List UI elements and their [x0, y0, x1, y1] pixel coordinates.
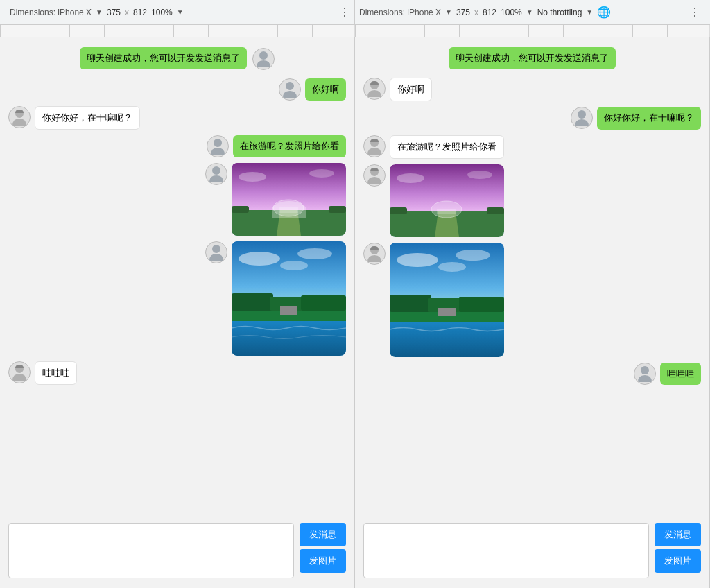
message-input-right[interactable]: [363, 523, 649, 578]
x-separator-right: x: [474, 8, 478, 17]
throttle-label[interactable]: No throttling: [537, 8, 582, 17]
toolbar-right: Dimensions: iPhone X ▼ 375 x 812 100% ▼ …: [355, 0, 704, 24]
msg-row-r-right-1: 你好你好，在干嘛呢？: [363, 107, 701, 129]
send-message-button-right[interactable]: 发消息: [655, 523, 701, 546]
send-message-button-left[interactable]: 发消息: [300, 523, 346, 546]
send-image-button-right[interactable]: 发图片: [655, 549, 701, 573]
svg-point-38: [456, 250, 490, 261]
avatar-right-1: [279, 78, 301, 101]
text-left-1: 你好你好，在干嘛呢？: [42, 112, 132, 123]
main-area: 聊天创建成功，您可以开发发送消息了 你好啊: [0, 37, 710, 588]
ruler-left: [0, 25, 355, 37]
msg-row-left-1: 你好你好，在干嘛呢？: [8, 106, 346, 130]
svg-point-27: [467, 171, 492, 179]
img-bubble-r-left-1[interactable]: [390, 164, 504, 237]
x-separator-left: x: [125, 8, 129, 17]
text-r-right-1: 你好你好，在干嘛呢？: [604, 112, 694, 123]
svg-rect-29: [487, 207, 504, 214]
text-right-2: 在旅游呢？发照片给你看: [240, 141, 339, 151]
bubble-right-2: 在旅游呢？发照片给你看: [233, 135, 346, 157]
send-image-button-left[interactable]: 发图片: [300, 549, 346, 573]
svg-point-37: [397, 253, 438, 267]
globe-icon[interactable]: 🌐: [597, 6, 611, 19]
height-left: 812: [133, 8, 147, 17]
img-bubble-right-2[interactable]: [232, 241, 346, 356]
input-area-right: 发消息 发图片: [363, 517, 701, 581]
system-message-right: 聊天创建成功，您可以开发发送消息了: [363, 47, 701, 69]
avatar-right-2: [207, 135, 229, 157]
phone-panel-left: 聊天创建成功，您可以开发发送消息了 你好啊: [0, 37, 355, 588]
more-options-right[interactable]: ⋮: [689, 6, 700, 19]
avatar-r-right-1: [571, 107, 593, 129]
message-input-left[interactable]: [8, 523, 294, 578]
zoom-chevron-right[interactable]: ▼: [526, 8, 533, 16]
svg-rect-33: [390, 295, 431, 312]
avatar-right-img1: [205, 163, 227, 185]
msg-row-right-1: 你好啊: [8, 78, 346, 101]
msg-row-r-left-1: 你好啊: [363, 78, 701, 101]
system-text-right: 聊天创建成功，您可以开发发送消息了: [456, 53, 609, 63]
svg-rect-25: [437, 209, 456, 214]
svg-rect-17: [280, 306, 297, 315]
msg-row-r-left-img2: [363, 243, 701, 357]
ruler-row: [0, 25, 710, 37]
svg-point-7: [239, 172, 266, 182]
svg-point-18: [239, 252, 280, 266]
avatar-r-left-1: [363, 78, 386, 100]
svg-point-20: [280, 261, 308, 270]
dimensions-chevron-right[interactable]: ▼: [445, 8, 452, 16]
input-area-left: 发消息 发图片: [8, 517, 346, 581]
dimensions-label-right[interactable]: Dimensions: iPhone X: [359, 8, 441, 17]
landscape-image-1[interactable]: [232, 163, 346, 236]
zoom-chevron-left[interactable]: ▼: [177, 8, 184, 16]
system-bubble-left: 聊天创建成功，您可以开发发送消息了: [80, 47, 247, 69]
msg-row-r-left-img1: [363, 164, 701, 237]
text-r-left-2: 在旅游呢？发照片给你看: [397, 141, 496, 152]
system-text-left: 聊天创建成功，您可以开发发送消息了: [87, 53, 240, 63]
width-left: 375: [107, 8, 121, 17]
button-group-left: 发消息 发图片: [300, 523, 346, 573]
msg-row-right-img2: [8, 241, 346, 356]
bubble-r-left-2: 在旅游呢？发照片给你看: [390, 135, 504, 159]
msg-row-r-left-2: 在旅游呢？发照片给你看: [363, 135, 701, 159]
bubble-r-right-1: 你好你好，在干嘛呢？: [597, 107, 701, 129]
avatar-r-left-img1: [363, 164, 386, 187]
svg-point-26: [397, 173, 424, 183]
more-options-left[interactable]: ⋮: [339, 6, 350, 19]
msg-row-right-img1: [8, 163, 346, 236]
text-right-1: 你好啊: [312, 84, 339, 94]
bubble-left-2: 哇哇哇: [35, 361, 77, 385]
avatar-left-1: [8, 106, 31, 128]
ruler-right: [355, 25, 710, 37]
height-right: 812: [483, 8, 496, 17]
avatar-left-2: [8, 361, 31, 383]
chat-container-right: 聊天创建成功，您可以开发发送消息了 你好啊 你好你好，在干嘛呢？: [363, 44, 701, 517]
button-group-right: 发消息 发图片: [655, 523, 701, 573]
img-bubble-right-1[interactable]: [232, 163, 346, 236]
svg-rect-10: [329, 206, 346, 213]
landscape-image-2[interactable]: [232, 241, 346, 356]
svg-rect-35: [459, 297, 504, 312]
bubble-r-left-1: 你好啊: [390, 78, 432, 101]
dimensions-chevron-left[interactable]: ▼: [96, 8, 103, 16]
svg-point-39: [438, 262, 466, 272]
svg-rect-28: [390, 207, 407, 214]
dimensions-label-left[interactable]: Dimensions: iPhone X: [10, 8, 92, 17]
svg-rect-16: [301, 295, 346, 311]
throttle-chevron[interactable]: ▼: [586, 8, 593, 16]
svg-point-19: [297, 248, 332, 259]
system-message-left: 聊天创建成功，您可以开发发送消息了: [8, 47, 346, 70]
bubble-right-1: 你好啊: [305, 78, 346, 101]
text-r-right-2: 哇哇哇: [667, 368, 694, 379]
img-bubble-r-left-2[interactable]: [390, 243, 504, 357]
chat-container-left: 聊天创建成功，您可以开发发送消息了 你好啊: [8, 44, 346, 517]
svg-rect-6: [279, 207, 298, 213]
zoom-right[interactable]: 100%: [501, 8, 522, 17]
svg-point-8: [309, 169, 334, 178]
browser-toolbar: Dimensions: iPhone X ▼ 375 x 812 100% ▼ …: [0, 0, 710, 25]
width-right: 375: [456, 8, 470, 17]
avatar-right-img2: [205, 241, 227, 263]
phone-panel-right: 聊天创建成功，您可以开发发送消息了 你好啊 你好你好，在干嘛呢？: [355, 37, 710, 588]
bubble-r-right-2: 哇哇哇: [660, 363, 701, 385]
zoom-left[interactable]: 100%: [151, 8, 173, 17]
